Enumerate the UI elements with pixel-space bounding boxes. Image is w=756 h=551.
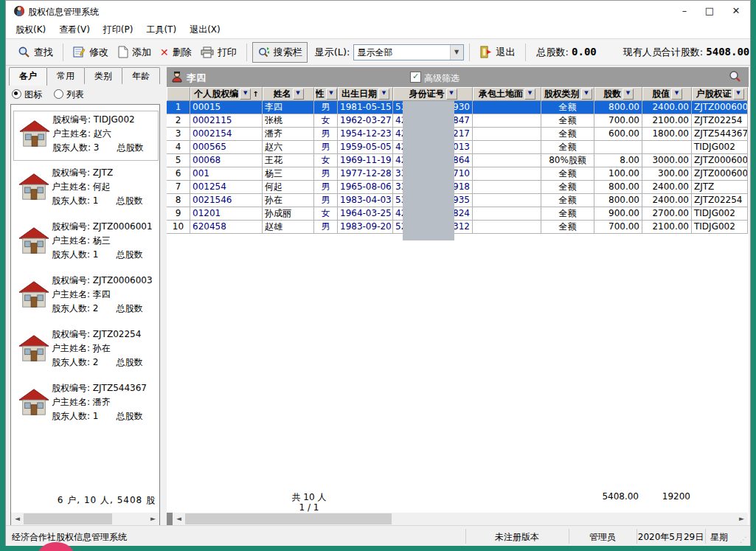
column-header-10[interactable]: 户股权证▼: [692, 87, 748, 101]
column-header-1[interactable]: 个人股权编▼↑: [190, 87, 263, 101]
table-cell-gender: 女: [314, 114, 338, 128]
column-header-4[interactable]: 出生日期▼: [338, 87, 393, 101]
column-header-3[interactable]: 性▼: [314, 87, 338, 101]
household-entry[interactable]: 股权编号: ZJTZ0006001户主姓名: 杨三股东人数: 1 总股数: [13, 218, 157, 267]
household-entry[interactable]: 股权编号: ZJTZ0006003户主姓名: 李四股东人数: 2 总股数: [13, 272, 157, 321]
house-icon: [18, 333, 49, 365]
display-select[interactable]: 显示全部 ▼: [353, 44, 464, 60]
scroll-right-icon[interactable]: ►: [735, 513, 748, 525]
filter-arrow-icon[interactable]: ▼: [623, 89, 634, 100]
modify-button[interactable]: 修改: [69, 43, 113, 62]
table-row[interactable]: 7001254何起男1965-08-06332622918全额800.00240…: [167, 181, 748, 194]
table-cell-value: 2400.00: [642, 181, 692, 194]
house-icon: [18, 226, 49, 257]
table-cell-cert: TIDJG002: [692, 207, 748, 221]
menu-item[interactable]: 查看(V): [52, 22, 97, 38]
table-row[interactable]: 500068王花女1969-11-1942112286480%股额8.00300…: [167, 154, 748, 167]
table-row[interactable]: 10620458赵雄男1983-09-20522321312全额700.0021…: [167, 221, 748, 234]
table-cell-shares: 8.00: [594, 154, 642, 167]
scroll-thumb[interactable]: [185, 513, 392, 524]
table-row[interactable]: 4000565赵六男1959-05-05421120013全额TIDJG002: [167, 141, 748, 154]
delete-button[interactable]: ✕ 删除: [156, 43, 196, 62]
household-entry[interactable]: 股权编号: ZJTZ户主姓名: 何起股东人数: 1 总股数: [13, 164, 157, 213]
filter-arrow-icon[interactable]: ▼: [671, 89, 682, 100]
column-header-7[interactable]: 股权类别▼: [541, 87, 594, 101]
house-icon: [19, 119, 50, 150]
filter-arrow-icon[interactable]: ▼: [326, 89, 337, 100]
search-bar-toggle[interactable]: 搜索栏: [252, 42, 308, 63]
magnifier-icon[interactable]: [728, 70, 741, 83]
column-header-8[interactable]: 股数▼: [594, 87, 642, 101]
household-entry[interactable]: 股权编号: TIDJG002户主姓名: 赵六股东人数: 3 总股数: [13, 111, 159, 161]
maximize-button[interactable]: □: [697, 1, 722, 21]
resize-grip[interactable]: ⋰: [740, 536, 749, 544]
tab-常用[interactable]: 常用: [46, 67, 85, 84]
print-button[interactable]: 打印: [196, 43, 241, 62]
table-cell-birth: 1983-09-20: [338, 221, 393, 234]
person-icon: [171, 71, 183, 83]
filter-arrow-icon[interactable]: ▼: [733, 89, 744, 100]
advanced-filter-checkbox[interactable]: ✓: [410, 72, 421, 83]
table-row[interactable]: 100015李四男1981-05-15532221930全额800.002400…: [167, 101, 748, 114]
filter-arrow-icon[interactable]: ▼: [581, 89, 592, 100]
filter-arrow-icon[interactable]: ▼: [293, 89, 304, 100]
table-row[interactable]: 6001杨三男1977-12-28332604710全额100.00300.00…: [167, 167, 748, 181]
scroll-left-icon[interactable]: ◄: [173, 513, 185, 525]
add-button[interactable]: 添加: [113, 43, 156, 62]
menu-item[interactable]: 打印(P): [97, 22, 140, 38]
household-line: 股权编号: ZJTZ0006001: [52, 220, 160, 234]
column-label: 姓名: [274, 88, 291, 100]
tab-各户[interactable]: 各户: [9, 67, 47, 86]
table-cell-shares: [594, 141, 642, 154]
tab-类别[interactable]: 类别: [84, 67, 122, 84]
table-cell-type: 全额: [541, 101, 594, 114]
column-header-6[interactable]: 承包土地面▼: [473, 87, 541, 101]
find-button[interactable]: 查找: [13, 43, 58, 62]
filter-arrow-icon[interactable]: ▼: [240, 89, 251, 100]
table-row[interactable]: 901201孙成丽女1964-03-25421122824全额900.00270…: [167, 207, 748, 221]
toolbar: 查找 修改 添加 ✕ 删除 打印: [6, 38, 750, 66]
exit-button[interactable]: 退出: [475, 43, 520, 62]
scroll-thumb[interactable]: [24, 513, 112, 524]
table-cell-shares: 800.00: [594, 194, 642, 207]
table-cell-land: [473, 221, 541, 234]
table-cell-num: 9: [167, 207, 190, 221]
close-button[interactable]: ✕: [724, 1, 749, 21]
total-shares-value: 0.00: [572, 46, 597, 58]
household-line: 户主姓名: 李四: [52, 288, 160, 302]
table-cell-birth: 1981-05-15: [338, 101, 393, 114]
scroll-left-icon[interactable]: ◄: [11, 513, 24, 525]
household-entry[interactable]: 股权编号: ZJTZ02254户主姓名: 孙在股东人数: 2 总股数: [13, 326, 157, 375]
menu-item[interactable]: 股权(K): [9, 22, 52, 38]
filter-arrow-icon[interactable]: ▼: [378, 89, 389, 100]
scroll-right-icon[interactable]: ►: [147, 513, 159, 525]
house-icon: [18, 280, 49, 311]
view-icon-radio[interactable]: 图标: [12, 89, 42, 101]
table-cell-cert: ZJTZ02254: [692, 194, 748, 207]
selected-person-name: 李四: [187, 72, 206, 85]
table-cell-value: [642, 141, 692, 154]
filter-arrow-icon[interactable]: ▼: [446, 89, 457, 100]
menu-item[interactable]: 工具(T): [139, 22, 183, 38]
table-row[interactable]: 30002154潘齐男1954-12-23421123217全额600.0018…: [167, 128, 748, 141]
table-hscrollbar[interactable]: ◄ ►: [173, 513, 748, 525]
table-cell-land: [473, 194, 541, 207]
table-row[interactable]: 80021546孙在男1983-04-03530331935全额800.0024…: [167, 194, 748, 207]
display-value: 显示全部: [358, 47, 393, 58]
column-header-9[interactable]: 股值▼: [642, 87, 692, 101]
household-line: 户主姓名: 赵六: [52, 127, 160, 141]
menu-item[interactable]: 退出(X): [183, 22, 227, 38]
house-icon: [18, 387, 49, 419]
view-list-radio[interactable]: 列表: [54, 89, 84, 101]
column-header-5[interactable]: 身份证号▼: [393, 87, 473, 101]
minimize-button[interactable]: –: [672, 1, 697, 21]
tab-年龄[interactable]: 年龄: [122, 67, 160, 84]
table-row[interactable]: 20002115张桃女1962-03-27421122847全额700.0021…: [167, 114, 748, 128]
filter-arrow-icon[interactable]: ▼: [524, 89, 535, 100]
sidebar-hscrollbar[interactable]: ◄ ►: [11, 513, 159, 525]
column-header-2[interactable]: 姓名▼: [263, 87, 314, 101]
table-cell-name: 杨三: [263, 167, 314, 181]
household-entry[interactable]: 股权编号: ZJTZ544367户主姓名: 潘齐股东人数: 1 总股数: [13, 380, 157, 429]
table-cell-value: 2700.00: [642, 207, 692, 221]
status-weekday: 星期: [710, 531, 728, 544]
